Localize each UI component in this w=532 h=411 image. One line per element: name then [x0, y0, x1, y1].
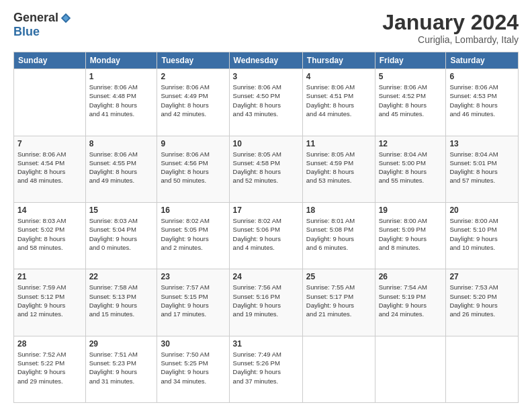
day-info: Sunrise: 8:00 AMSunset: 5:10 PMDaylight:… [449, 216, 515, 252]
day-number: 3 [233, 72, 299, 81]
day-number: 6 [449, 72, 515, 81]
day-number: 2 [161, 72, 225, 81]
calendar-cell: 4Sunrise: 8:06 AMSunset: 4:51 PMDaylight… [302, 69, 375, 136]
calendar-cell: 24Sunrise: 7:56 AMSunset: 5:16 PMDayligh… [229, 269, 302, 336]
day-number: 9 [161, 139, 225, 148]
day-number: 23 [161, 272, 225, 281]
calendar-cell: 8Sunrise: 8:06 AMSunset: 4:55 PMDaylight… [85, 136, 157, 202]
day-number: 26 [379, 272, 443, 281]
logo-icon [60, 12, 72, 24]
week-row-1: 1Sunrise: 8:06 AMSunset: 4:48 PMDaylight… [14, 69, 519, 136]
calendar-table: SundayMondayTuesdayWednesdayThursdayFrid… [13, 52, 519, 403]
calendar-cell: 19Sunrise: 8:00 AMSunset: 5:09 PMDayligh… [375, 202, 446, 269]
day-number: 13 [449, 139, 515, 148]
day-info: Sunrise: 7:55 AMSunset: 5:17 PMDaylight:… [306, 283, 371, 318]
day-info: Sunrise: 7:58 AMSunset: 5:13 PMDaylight:… [89, 283, 154, 318]
day-header-wednesday: Wednesday [229, 52, 302, 69]
day-number: 14 [17, 205, 82, 215]
calendar-cell: 30Sunrise: 7:50 AMSunset: 5:25 PMDayligh… [157, 336, 229, 402]
day-info: Sunrise: 7:57 AMSunset: 5:15 PMDaylight:… [161, 283, 225, 318]
logo: General Blue [13, 11, 72, 39]
day-info: Sunrise: 8:06 AMSunset: 4:56 PMDaylight:… [161, 150, 225, 185]
calendar-cell [446, 336, 519, 402]
day-info: Sunrise: 8:02 AMSunset: 5:05 PMDaylight:… [161, 216, 225, 252]
calendar-cell: 9Sunrise: 8:06 AMSunset: 4:56 PMDaylight… [157, 136, 229, 202]
calendar-cell: 15Sunrise: 8:03 AMSunset: 5:04 PMDayligh… [85, 202, 157, 269]
day-number: 5 [379, 72, 443, 81]
calendar-cell: 21Sunrise: 7:59 AMSunset: 5:12 PMDayligh… [14, 269, 86, 336]
calendar-cell: 12Sunrise: 8:04 AMSunset: 5:00 PMDayligh… [375, 136, 446, 202]
subtitle: Curiglia, Lombardy, Italy [382, 34, 519, 45]
logo-general-text: General [13, 11, 58, 25]
day-info: Sunrise: 8:04 AMSunset: 5:00 PMDaylight:… [379, 150, 443, 185]
day-number: 27 [449, 272, 515, 281]
day-number: 12 [379, 139, 443, 148]
day-header-tuesday: Tuesday [157, 52, 229, 69]
day-number: 7 [17, 139, 82, 148]
day-info: Sunrise: 7:52 AMSunset: 5:22 PMDaylight:… [17, 350, 82, 385]
calendar-cell: 27Sunrise: 7:53 AMSunset: 5:20 PMDayligh… [446, 269, 519, 336]
calendar-cell: 29Sunrise: 7:51 AMSunset: 5:23 PMDayligh… [85, 336, 157, 402]
day-number: 28 [17, 339, 82, 349]
month-title: January 2024 [382, 11, 519, 34]
day-number: 11 [306, 139, 371, 148]
day-header-saturday: Saturday [446, 52, 519, 69]
day-header-monday: Monday [85, 52, 157, 69]
day-info: Sunrise: 8:06 AMSunset: 4:48 PMDaylight:… [89, 83, 154, 118]
day-number: 15 [89, 205, 154, 215]
day-info: Sunrise: 8:06 AMSunset: 4:53 PMDaylight:… [449, 83, 515, 118]
day-number: 18 [306, 205, 371, 215]
day-info: Sunrise: 8:06 AMSunset: 4:51 PMDaylight:… [306, 83, 371, 118]
title-area: January 2024 Curiglia, Lombardy, Italy [382, 11, 519, 45]
day-info: Sunrise: 7:51 AMSunset: 5:23 PMDaylight:… [89, 350, 154, 385]
day-info: Sunrise: 8:06 AMSunset: 4:55 PMDaylight:… [89, 150, 154, 185]
day-info: Sunrise: 7:53 AMSunset: 5:20 PMDaylight:… [449, 283, 515, 318]
day-number: 21 [17, 272, 82, 281]
day-info: Sunrise: 8:03 AMSunset: 5:04 PMDaylight:… [89, 216, 154, 252]
calendar-cell: 23Sunrise: 7:57 AMSunset: 5:15 PMDayligh… [157, 269, 229, 336]
day-number: 29 [89, 339, 154, 349]
day-number: 20 [449, 205, 515, 215]
calendar-cell: 6Sunrise: 8:06 AMSunset: 4:53 PMDaylight… [446, 69, 519, 136]
day-info: Sunrise: 8:02 AMSunset: 5:06 PMDaylight:… [233, 216, 299, 252]
day-info: Sunrise: 8:06 AMSunset: 4:50 PMDaylight:… [233, 83, 299, 118]
day-info: Sunrise: 8:01 AMSunset: 5:08 PMDaylight:… [306, 216, 371, 252]
calendar-cell: 22Sunrise: 7:58 AMSunset: 5:13 PMDayligh… [85, 269, 157, 336]
calendar-cell: 10Sunrise: 8:05 AMSunset: 4:58 PMDayligh… [229, 136, 302, 202]
logo-blue-text: Blue [13, 25, 40, 39]
page: General Blue January 2024 Curiglia, Lomb… [0, 0, 532, 411]
calendar-cell: 26Sunrise: 7:54 AMSunset: 5:19 PMDayligh… [375, 269, 446, 336]
week-row-4: 21Sunrise: 7:59 AMSunset: 5:12 PMDayligh… [14, 269, 519, 336]
day-info: Sunrise: 8:06 AMSunset: 4:54 PMDaylight:… [17, 150, 82, 185]
day-info: Sunrise: 8:06 AMSunset: 4:49 PMDaylight:… [161, 83, 225, 118]
day-number: 8 [89, 139, 154, 148]
calendar-cell: 3Sunrise: 8:06 AMSunset: 4:50 PMDaylight… [229, 69, 302, 136]
week-row-5: 28Sunrise: 7:52 AMSunset: 5:22 PMDayligh… [14, 336, 519, 402]
day-info: Sunrise: 8:00 AMSunset: 5:09 PMDaylight:… [379, 216, 443, 252]
day-info: Sunrise: 8:06 AMSunset: 4:52 PMDaylight:… [379, 83, 443, 118]
calendar-cell: 16Sunrise: 8:02 AMSunset: 5:05 PMDayligh… [157, 202, 229, 269]
week-row-2: 7Sunrise: 8:06 AMSunset: 4:54 PMDaylight… [14, 136, 519, 202]
day-info: Sunrise: 7:59 AMSunset: 5:12 PMDaylight:… [17, 283, 82, 318]
day-number: 4 [306, 72, 371, 81]
calendar-cell: 31Sunrise: 7:49 AMSunset: 5:26 PMDayligh… [229, 336, 302, 402]
calendar-cell: 17Sunrise: 8:02 AMSunset: 5:06 PMDayligh… [229, 202, 302, 269]
calendar-cell: 20Sunrise: 8:00 AMSunset: 5:10 PMDayligh… [446, 202, 519, 269]
day-number: 1 [89, 72, 154, 81]
calendar-cell: 14Sunrise: 8:03 AMSunset: 5:02 PMDayligh… [14, 202, 86, 269]
day-number: 24 [233, 272, 299, 281]
day-info: Sunrise: 7:56 AMSunset: 5:16 PMDaylight:… [233, 283, 299, 318]
calendar-cell: 2Sunrise: 8:06 AMSunset: 4:49 PMDaylight… [157, 69, 229, 136]
day-info: Sunrise: 7:49 AMSunset: 5:26 PMDaylight:… [233, 350, 299, 385]
day-number: 25 [306, 272, 371, 281]
day-header-friday: Friday [375, 52, 446, 69]
calendar-cell: 25Sunrise: 7:55 AMSunset: 5:17 PMDayligh… [302, 269, 375, 336]
day-header-sunday: Sunday [14, 52, 86, 69]
day-info: Sunrise: 8:03 AMSunset: 5:02 PMDaylight:… [17, 216, 82, 252]
calendar-cell: 11Sunrise: 8:05 AMSunset: 4:59 PMDayligh… [302, 136, 375, 202]
calendar-cell [302, 336, 375, 402]
day-number: 22 [89, 272, 154, 281]
day-info: Sunrise: 7:50 AMSunset: 5:25 PMDaylight:… [161, 350, 225, 385]
day-info: Sunrise: 7:54 AMSunset: 5:19 PMDaylight:… [379, 283, 443, 318]
day-number: 30 [161, 339, 225, 349]
